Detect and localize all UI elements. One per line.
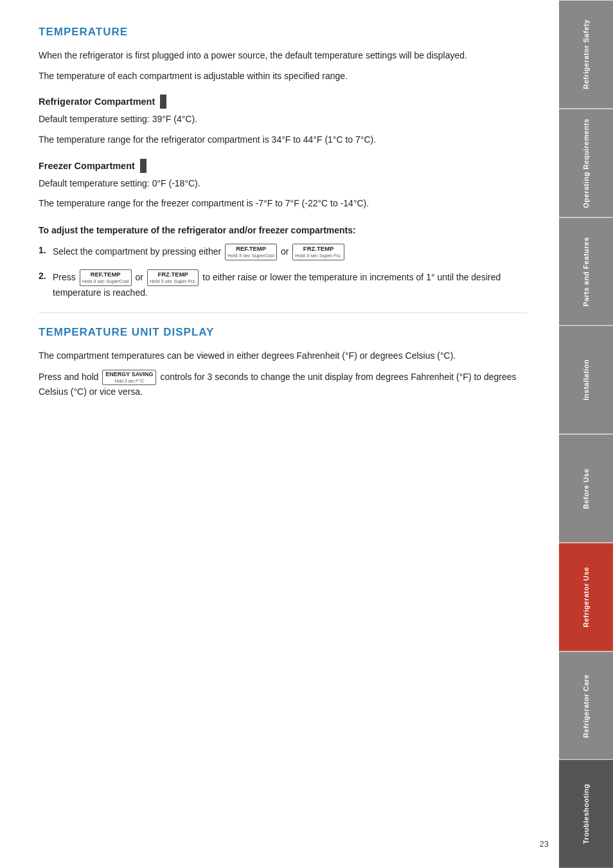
sidebar-tab-parts-and-features[interactable]: Parts and Features: [559, 217, 613, 326]
frz-range: The temperature range for the freezer co…: [39, 197, 527, 211]
frz-temp-button-2[interactable]: FRZ.TEMP Hold 3 sec Super Frz.: [147, 269, 199, 286]
sidebar-tab-before-use[interactable]: Before Use: [559, 434, 613, 543]
adjust-instruction-heading: To adjust the temperature of the refrige…: [39, 224, 527, 237]
sidebar-tab-installation[interactable]: Installation: [559, 325, 613, 434]
tud-text2: Press and hold ENERGY SAVING Hold 3 sec …: [39, 370, 527, 399]
frz-temp-button-1[interactable]: FRZ.TEMP Hold 3 sec Super Frz.: [292, 244, 344, 260]
sidebar-tab-refrigerator-use[interactable]: Refrigerator Use: [559, 543, 613, 651]
sidebar-tab-troubleshooting[interactable]: Troubleshooting: [559, 759, 613, 868]
adjust-steps: 1. Select the compartment by pressing ei…: [39, 244, 527, 300]
temperature-unit-display-section: TEMPERATURE UNIT DISPLAY The compartment…: [39, 326, 527, 399]
sidebar-tab-refrigerator-safety[interactable]: Refrigerator Safety: [559, 0, 613, 109]
sidebar-tab-refrigerator-care[interactable]: Refrigerator Care: [559, 651, 613, 760]
ref-temp-indicator: [160, 95, 166, 109]
section-divider: [39, 312, 527, 313]
frz-temp-indicator: [140, 159, 147, 173]
temperature-section: TEMPERATURE When the refrigerator is fir…: [39, 26, 527, 300]
ref-temp-button-2[interactable]: REF.TEMP Hold 3 sec SuperCool: [80, 269, 132, 286]
temperature-unit-display-title: TEMPERATURE UNIT DISPLAY: [39, 326, 527, 339]
tud-text1: The compartment temperatures can be view…: [39, 349, 527, 363]
sidebar: Refrigerator Safety Operating Requiremen…: [559, 0, 613, 868]
adjust-step-1: 1. Select the compartment by pressing ei…: [39, 244, 527, 260]
temperature-intro1: When the refrigerator is first plugged i…: [39, 49, 527, 63]
sidebar-tab-operating-requirements[interactable]: Operating Requirements: [559, 109, 613, 217]
freezer-compartment-heading: Freezer Compartment: [39, 159, 527, 173]
temperature-title: TEMPERATURE: [39, 26, 527, 39]
ref-range: The temperature range for the refrigerat…: [39, 133, 527, 147]
adjust-step-2: 2. Press REF.TEMP Hold 3 sec SuperCool o…: [39, 269, 527, 300]
refrigerator-compartment-heading: Refrigerator Compartment: [39, 95, 527, 109]
page-number: 23: [540, 839, 549, 849]
ref-default-setting: Default temperature setting: 39°F (4°C).: [39, 113, 527, 127]
frz-default-setting: Default temperature setting: 0°F (-18°C)…: [39, 177, 527, 191]
ref-temp-button-1[interactable]: REF.TEMP Hold 3 sec SuperCool: [225, 244, 277, 260]
temperature-intro2: The temperature of each compartment is a…: [39, 69, 527, 84]
energy-saving-button[interactable]: ENERGY SAVING Hold 3 sec F°/C: [102, 370, 156, 385]
